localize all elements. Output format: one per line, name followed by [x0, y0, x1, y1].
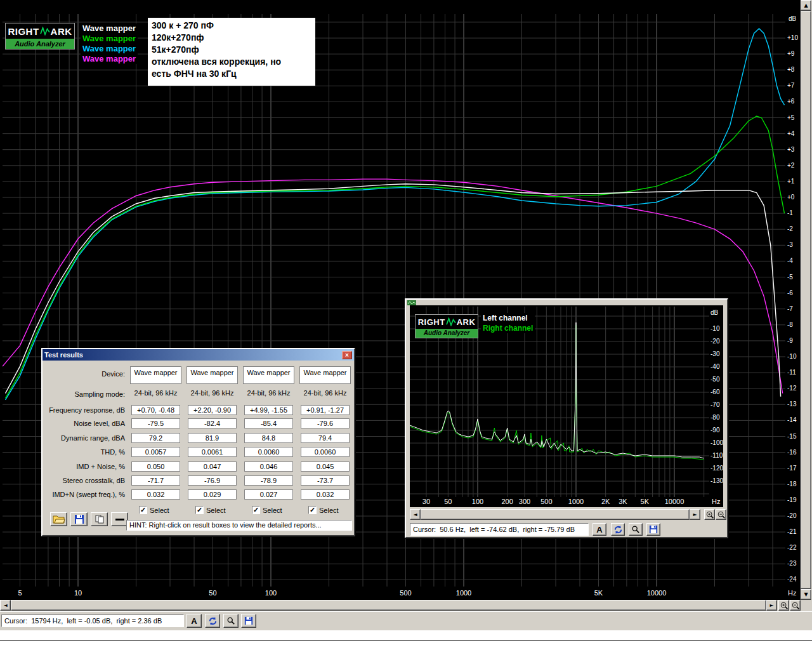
refresh-icon — [613, 525, 623, 534]
spectrum-chart[interactable]: dB-10-20-30-40-50-60-70-80-90-100-110-12… — [410, 305, 723, 507]
scroll-right-icon[interactable]: ► — [766, 600, 777, 611]
floppy-icon — [74, 514, 84, 524]
legend-entry: Wave mapper — [82, 34, 136, 44]
result-value-box[interactable]: 0.045 — [301, 461, 350, 472]
zoom-tool-button[interactable] — [223, 614, 239, 628]
scrollbar-thumb[interactable] — [801, 11, 811, 589]
select-checkbox[interactable]: ✓ — [195, 506, 204, 514]
cursor-text: Cursor: 15794 Hz, left = -0.05 dB, right… — [4, 617, 162, 625]
device-header[interactable]: Wave mapper — [187, 366, 238, 384]
refresh-button[interactable] — [205, 614, 220, 628]
scroll-left-icon[interactable]: ◄ — [410, 509, 421, 520]
zoom-in-icon — [705, 510, 714, 519]
result-value-box[interactable]: 0.027 — [244, 489, 293, 500]
scroll-up-icon[interactable]: ▲ — [801, 0, 811, 11]
font-button[interactable]: A — [187, 614, 202, 628]
result-value-box[interactable]: +0.91, -1.27 — [301, 405, 350, 415]
save-image-button[interactable] — [646, 523, 660, 536]
result-value-box[interactable]: -71.7 — [131, 475, 180, 486]
result-value-box[interactable]: +4.99, -1.55 — [244, 405, 293, 415]
result-value-box[interactable]: 0.0061 — [188, 447, 237, 457]
save-image-button[interactable] — [241, 614, 256, 628]
device-header[interactable]: Wave mapper — [299, 366, 351, 384]
scrollbar-track[interactable] — [421, 509, 690, 520]
row-label: Device: — [43, 370, 125, 378]
test-results-window: Test results × Device:Wave mapperWave ma… — [41, 348, 355, 536]
copy-results-button[interactable] — [91, 512, 108, 526]
x-tick-label: 5K — [594, 589, 603, 597]
result-value-box[interactable]: 0.0060 — [301, 447, 350, 457]
select-checkbox-group: ✓Select — [195, 506, 226, 514]
result-value-box[interactable]: 0.0057 — [131, 447, 180, 457]
rmaa-application-window: dB+10+9+8+7+6+5+4+3+2+1+0-1-2-3-4-5-6-7-… — [0, 0, 812, 650]
legend-entry: Wave mapper — [82, 44, 136, 54]
open-report-button[interactable] — [50, 512, 67, 526]
zoom-out-button[interactable] — [790, 600, 801, 611]
result-value-box[interactable]: 79.4 — [301, 433, 350, 443]
rightmark-logo-title: RIGHT ARK — [416, 315, 478, 329]
scrollbar-thumb[interactable] — [421, 509, 690, 520]
select-checkbox[interactable]: ✓ — [252, 506, 260, 514]
result-value-box[interactable]: -76.9 — [188, 475, 237, 486]
remove-column-button[interactable] — [111, 512, 128, 526]
scroll-right-icon[interactable]: ► — [690, 509, 700, 520]
result-value-box[interactable]: 0.032 — [131, 489, 180, 500]
y-tick-label: +0 — [787, 194, 794, 201]
result-value-box[interactable]: -73.7 — [301, 475, 350, 486]
y-tick-label: -9 — [787, 337, 793, 345]
zoom-tool-button[interactable] — [629, 523, 643, 536]
x-tick-label: 2K — [601, 498, 610, 505]
y-tick-label: -40 — [710, 363, 719, 371]
result-value-box[interactable]: +2.20, -0.90 — [188, 405, 237, 415]
result-value-box[interactable]: 84.8 — [244, 433, 293, 443]
result-value-box[interactable]: 79.2 — [131, 433, 180, 443]
result-value-box[interactable]: 0.046 — [244, 461, 293, 472]
x-tick-label: 500 — [540, 498, 552, 505]
zoom-out-icon — [791, 601, 800, 610]
zoom-in-button[interactable] — [704, 509, 715, 520]
scroll-left-icon[interactable]: ◄ — [0, 600, 11, 611]
x-tick-label: 30 — [422, 498, 430, 505]
refresh-button[interactable] — [611, 523, 625, 536]
result-value-box[interactable]: -79.6 — [301, 418, 350, 428]
y-tick-label: +10 — [787, 34, 798, 42]
result-value-box[interactable]: 0.032 — [301, 489, 350, 500]
scrollbar-track[interactable] — [11, 600, 766, 611]
scrollbar-thumb[interactable] — [11, 600, 766, 611]
result-value-box[interactable]: -79.5 — [131, 418, 180, 428]
result-value-box[interactable]: 0.029 — [188, 489, 237, 500]
device-header[interactable]: Wave mapper — [130, 366, 181, 384]
select-checkbox[interactable]: ✓ — [308, 506, 317, 514]
y-tick-label: -11 — [787, 369, 796, 376]
y-tick-label: -50 — [710, 376, 719, 383]
result-value-box[interactable]: 0.050 — [131, 461, 180, 472]
result-value-box[interactable]: +0.70, -0.48 — [131, 405, 180, 415]
zoom-in-button[interactable] — [778, 600, 789, 611]
result-value-box[interactable]: -82.4 — [188, 418, 237, 428]
chart-legend: Wave mapperWave mapperWave mapperWave ma… — [81, 23, 138, 64]
logo-text-right: ARK — [457, 317, 476, 327]
x-tick-label: 10000 — [665, 498, 684, 505]
save-results-button[interactable] — [70, 512, 88, 526]
x-tick-label: 5K — [641, 498, 649, 505]
spectrum-window-titlebar[interactable] — [406, 300, 727, 305]
result-value-box[interactable]: 81.9 — [188, 433, 237, 443]
result-value-box[interactable]: -78.9 — [244, 475, 293, 486]
select-label: Select — [319, 507, 339, 514]
waveform-icon — [446, 317, 456, 326]
logo-text-right: ARK — [51, 26, 72, 37]
result-value-box[interactable]: 0.047 — [188, 461, 237, 472]
scroll-down-icon[interactable]: ▼ — [801, 589, 811, 600]
rightmark-logo: RIGHT ARK Audio Analyzer — [5, 23, 75, 50]
spectrum-window: dB-10-20-30-40-50-60-70-80-90-100-110-12… — [405, 298, 728, 538]
test-results-toolbar — [50, 512, 128, 526]
zoom-out-button[interactable] — [716, 509, 726, 520]
font-button[interactable]: A — [593, 523, 606, 536]
x-tick-label: 3K — [619, 498, 627, 505]
result-value-box[interactable]: 0.0060 — [244, 447, 293, 457]
y-tick-label: -12 — [787, 385, 796, 392]
select-checkbox[interactable]: ✓ — [139, 506, 147, 514]
x-tick-label: 10 — [74, 589, 82, 597]
result-value-box[interactable]: -85.4 — [244, 418, 293, 428]
device-header[interactable]: Wave mapper — [243, 366, 294, 384]
